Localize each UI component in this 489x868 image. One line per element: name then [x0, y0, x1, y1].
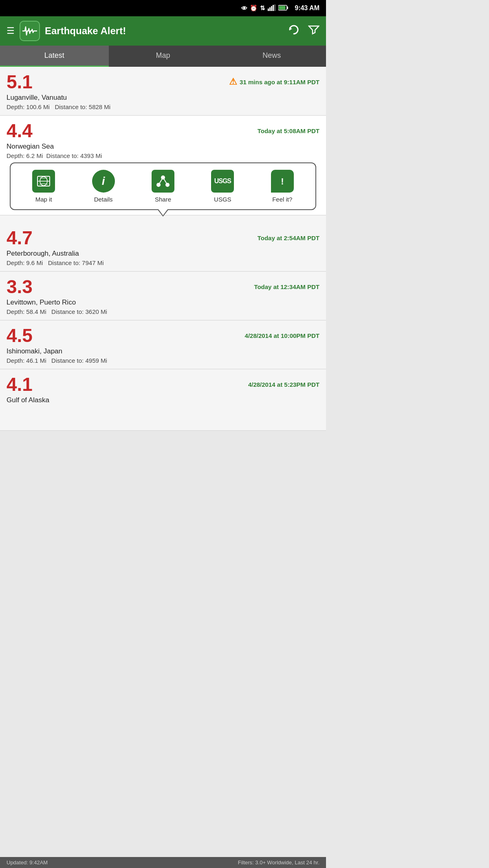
alarm-icon: ⏰ — [250, 4, 258, 12]
eye-icon: 👁 — [241, 5, 247, 12]
quake-item[interactable]: 3.3 Today at 12:34AM PDT Levittown, Puer… — [0, 272, 326, 320]
location: Levittown, Puerto Rico — [7, 298, 319, 307]
quake-item[interactable]: 4.7 Today at 2:54AM PDT Peterborough, Au… — [0, 223, 326, 272]
svg-rect-2 — [271, 6, 272, 11]
share-icon — [152, 170, 174, 193]
time-info: Today at 12:34AM PDT — [254, 283, 319, 290]
magnitude: 4.7 — [7, 228, 33, 247]
header-actions — [288, 24, 319, 39]
transfer-icon: ⇅ — [260, 4, 265, 12]
quake-item[interactable]: 4.1 4/28/2014 at 5:23PM PDT Gulf of Alas… — [0, 369, 326, 431]
app-logo — [20, 21, 40, 41]
battery-icon — [278, 5, 288, 12]
app-title: Earthquake Alert! — [45, 25, 283, 37]
feel-it-button[interactable]: ! Feel it? — [266, 170, 299, 203]
depth-distance: Depth: 58.4 Mi Distance to: 3620 Mi — [7, 308, 319, 315]
tab-latest[interactable]: Latest — [0, 46, 109, 67]
usgs-button[interactable]: USGS USGS — [206, 170, 239, 203]
tab-map[interactable]: Map — [109, 46, 218, 67]
action-popup: Map it i Details Share — [10, 162, 316, 210]
depth-distance: Depth: 46.1 Mi Distance to: 4959 Mi — [7, 357, 319, 364]
svg-line-15 — [159, 178, 163, 185]
svg-rect-4 — [274, 4, 275, 11]
usgs-label: USGS — [214, 196, 231, 203]
time-info: Today at 5:08AM PDT — [258, 127, 319, 134]
magnitude: 4.5 — [7, 326, 33, 345]
usgs-icon: USGS — [211, 170, 234, 193]
magnitude: 4.4 — [7, 121, 33, 140]
svg-rect-7 — [279, 6, 286, 9]
location: Luganville, Vanuatu — [7, 94, 319, 102]
status-icons: 👁 ⏰ ⇅ — [241, 4, 288, 12]
location: Norwegian Sea — [7, 142, 319, 151]
svg-line-16 — [163, 178, 167, 185]
map-it-button[interactable]: Map it — [27, 170, 60, 203]
depth-distance: Depth: 9.6 Mi Distance to: 7947 Mi — [7, 259, 319, 266]
quake-item[interactable]: 4.5 4/28/2014 at 10:00PM PDT Ishinomaki,… — [0, 320, 326, 369]
filter-icon[interactable] — [308, 24, 319, 38]
quake-item[interactable]: 4.4 Today at 5:08AM PDT Norwegian Sea De… — [0, 116, 326, 215]
share-button[interactable]: Share — [147, 170, 179, 203]
share-label: Share — [155, 196, 171, 203]
depth-distance: Depth: 100.6 Mi Distance to: 5828 Mi — [7, 103, 319, 110]
refresh-icon[interactable] — [288, 24, 300, 39]
quake-item[interactable]: 5.1 ⚠ 31 mins ago at 9:11AM PDT Luganvil… — [0, 67, 326, 116]
tab-news[interactable]: News — [217, 46, 326, 67]
time-info: Today at 2:54AM PDT — [258, 235, 319, 241]
time-info: ⚠ 31 mins ago at 9:11AM PDT — [229, 77, 319, 87]
location: Gulf of Alaska — [7, 396, 319, 404]
signal-icon — [268, 4, 276, 12]
warning-icon: ⚠ — [229, 77, 237, 87]
status-bar: 👁 ⏰ ⇅ 9:43 AM — [0, 0, 326, 16]
location: Ishinomaki, Japan — [7, 347, 319, 355]
details-button[interactable]: i Details — [87, 170, 120, 203]
location: Peterborough, Australia — [7, 250, 319, 258]
time-info: 4/28/2014 at 10:00PM PDT — [245, 332, 319, 339]
details-label: Details — [94, 196, 113, 203]
magnitude: 5.1 — [7, 72, 33, 91]
svg-rect-0 — [268, 9, 269, 11]
svg-rect-1 — [269, 7, 271, 11]
svg-rect-6 — [287, 7, 288, 9]
svg-text:!: ! — [281, 176, 284, 186]
svg-rect-3 — [273, 5, 274, 11]
feel-it-icon: ! — [271, 170, 294, 193]
map-it-label: Map it — [35, 196, 52, 203]
earthquake-list: 5.1 ⚠ 31 mins ago at 9:11AM PDT Luganvil… — [0, 67, 326, 431]
status-time: 9:43 AM — [295, 4, 319, 12]
app-header: ☰ Earthquake Alert! — [0, 16, 326, 46]
magnitude: 3.3 — [7, 277, 33, 296]
hamburger-icon[interactable]: ☰ — [7, 26, 15, 36]
tabs: Latest Map News — [0, 46, 326, 67]
details-icon: i — [92, 170, 115, 193]
map-it-icon — [32, 170, 55, 193]
feel-it-label: Feel it? — [272, 196, 292, 203]
depth-distance: Depth: 6.2 Mi Distance to: 4393 Mi — [7, 152, 319, 159]
time-info: 4/28/2014 at 5:23PM PDT — [248, 381, 319, 388]
magnitude: 4.1 — [7, 375, 33, 394]
